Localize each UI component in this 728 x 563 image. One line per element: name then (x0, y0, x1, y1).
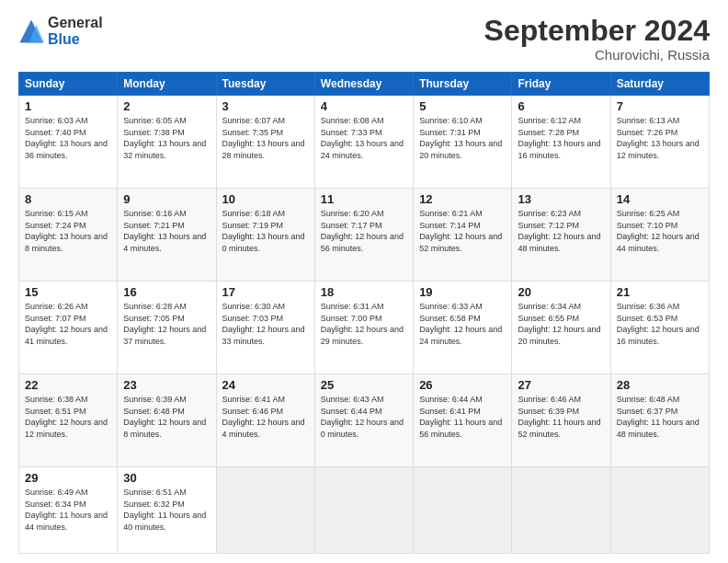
cell-11: 11 Sunrise: 6:20 AMSunset: 7:17 PMDaylig… (314, 189, 413, 282)
cell-19: 19 Sunrise: 6:33 AMSunset: 6:58 PMDaylig… (414, 282, 512, 374)
cell-16: 16 Sunrise: 6:28 AMSunset: 7:05 PMDaylig… (118, 282, 216, 374)
cell-28: 28 Sunrise: 6:48 AMSunset: 6:37 PMDaylig… (610, 374, 709, 467)
cell-2: 2 Sunrise: 6:05 AMSunset: 7:38 PMDayligh… (118, 96, 216, 189)
cell-5: 5 Sunrise: 6:10 AMSunset: 7:31 PMDayligh… (414, 96, 512, 189)
table-row: 8 Sunrise: 6:15 AMSunset: 7:24 PMDayligh… (19, 189, 710, 282)
cell-24: 24 Sunrise: 6:41 AMSunset: 6:46 PMDaylig… (216, 374, 314, 467)
cell-empty-2 (314, 466, 413, 553)
cell-10: 10 Sunrise: 6:18 AMSunset: 7:19 PMDaylig… (216, 189, 314, 282)
cell-20: 20 Sunrise: 6:34 AMSunset: 6:55 PMDaylig… (512, 282, 610, 374)
calendar-table: Sunday Monday Tuesday Wednesday Thursday… (18, 72, 710, 554)
col-tuesday: Tuesday (216, 73, 314, 96)
header: General Blue September 2024 Churovichi, … (18, 15, 710, 63)
cell-15: 15 Sunrise: 6:26 AMSunset: 7:07 PMDaylig… (19, 282, 118, 374)
cell-12: 12 Sunrise: 6:21 AMSunset: 7:14 PMDaylig… (414, 189, 512, 282)
cell-23: 23 Sunrise: 6:39 AMSunset: 6:48 PMDaylig… (118, 374, 216, 467)
cell-empty-3 (414, 466, 512, 553)
col-sunday: Sunday (19, 73, 118, 96)
cell-3: 3 Sunrise: 6:07 AMSunset: 7:35 PMDayligh… (216, 96, 314, 189)
cell-empty-1 (216, 466, 314, 553)
cell-25: 25 Sunrise: 6:43 AMSunset: 6:44 PMDaylig… (314, 374, 413, 467)
cell-27: 27 Sunrise: 6:46 AMSunset: 6:39 PMDaylig… (512, 374, 610, 467)
cell-21: 21 Sunrise: 6:36 AMSunset: 6:53 PMDaylig… (610, 282, 709, 374)
col-monday: Monday (118, 73, 216, 96)
cell-14: 14 Sunrise: 6:25 AMSunset: 7:10 PMDaylig… (610, 189, 709, 282)
cell-22: 22 Sunrise: 6:38 AMSunset: 6:51 PMDaylig… (19, 374, 118, 467)
title-block: September 2024 Churovichi, Russia (484, 15, 710, 63)
main-title: September 2024 (484, 15, 710, 47)
cell-9: 9 Sunrise: 6:16 AMSunset: 7:21 PMDayligh… (118, 189, 216, 282)
cell-empty-5 (610, 466, 709, 553)
table-row: 29 Sunrise: 6:49 AMSunset: 6:34 PMDaylig… (19, 466, 710, 553)
cell-13: 13 Sunrise: 6:23 AMSunset: 7:12 PMDaylig… (512, 189, 610, 282)
cell-8: 8 Sunrise: 6:15 AMSunset: 7:24 PMDayligh… (19, 189, 118, 282)
calendar-header-row: Sunday Monday Tuesday Wednesday Thursday… (19, 73, 710, 96)
subtitle: Churovichi, Russia (484, 47, 710, 63)
logo: General Blue (18, 15, 103, 48)
cell-1: 1 Sunrise: 6:03 AMSunset: 7:40 PMDayligh… (19, 96, 118, 189)
col-friday: Friday (512, 73, 610, 96)
cell-empty-4 (512, 466, 610, 553)
table-row: 1 Sunrise: 6:03 AMSunset: 7:40 PMDayligh… (19, 96, 710, 189)
col-saturday: Saturday (610, 73, 709, 96)
col-wednesday: Wednesday (314, 73, 413, 96)
logo-text: General Blue (48, 15, 103, 48)
table-row: 22 Sunrise: 6:38 AMSunset: 6:51 PMDaylig… (19, 374, 710, 467)
cell-18: 18 Sunrise: 6:31 AMSunset: 7:00 PMDaylig… (314, 282, 413, 374)
table-row: 15 Sunrise: 6:26 AMSunset: 7:07 PMDaylig… (19, 282, 710, 374)
cell-7: 7 Sunrise: 6:13 AMSunset: 7:26 PMDayligh… (610, 96, 709, 189)
cell-26: 26 Sunrise: 6:44 AMSunset: 6:41 PMDaylig… (414, 374, 512, 467)
cell-30: 30 Sunrise: 6:51 AMSunset: 6:32 PMDaylig… (118, 466, 216, 553)
logo-icon (18, 18, 44, 44)
page: General Blue September 2024 Churovichi, … (0, 0, 728, 563)
cell-29: 29 Sunrise: 6:49 AMSunset: 6:34 PMDaylig… (19, 466, 118, 553)
cell-17: 17 Sunrise: 6:30 AMSunset: 7:03 PMDaylig… (216, 282, 314, 374)
cell-4: 4 Sunrise: 6:08 AMSunset: 7:33 PMDayligh… (314, 96, 413, 189)
cell-6: 6 Sunrise: 6:12 AMSunset: 7:28 PMDayligh… (512, 96, 610, 189)
col-thursday: Thursday (414, 73, 512, 96)
